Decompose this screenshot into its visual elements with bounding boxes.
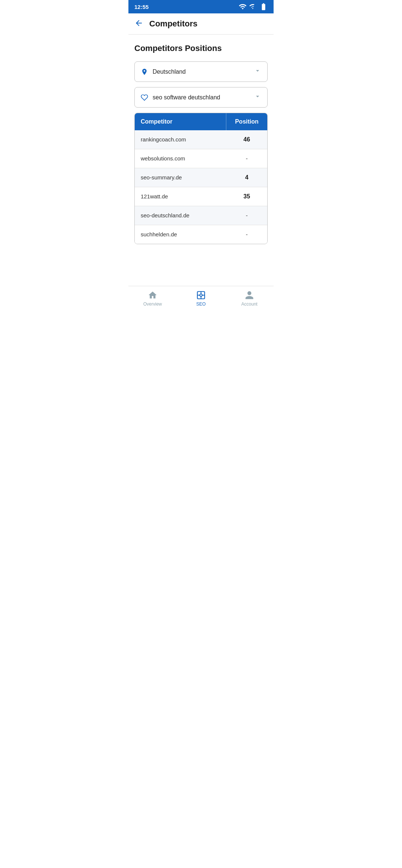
- keyword-icon: [141, 94, 148, 101]
- competitors-table: Competitor Position rankingcoach.com 46 …: [134, 113, 268, 244]
- keyword-chevron-icon: [254, 93, 261, 102]
- table-row: seo-deutschland.de -: [135, 206, 267, 225]
- wifi-icon: [239, 3, 247, 11]
- account-icon: [245, 290, 254, 300]
- td-position: 35: [226, 187, 267, 206]
- col-header-position: Position: [226, 113, 267, 130]
- td-position: 4: [226, 168, 267, 187]
- td-competitor: seo-deutschland.de: [135, 206, 226, 225]
- nav-item-account[interactable]: Account: [225, 290, 274, 307]
- main-content: Competitors Positions Deutschland seo: [128, 35, 274, 286]
- td-competitor: suchhelden.de: [135, 225, 226, 244]
- location-icon: [141, 68, 148, 76]
- home-icon: [148, 290, 157, 300]
- td-competitor: 121watt.de: [135, 187, 226, 206]
- nav-label-overview: Overview: [143, 301, 162, 307]
- table-header: Competitor Position: [135, 113, 267, 130]
- battery-icon: [259, 3, 268, 11]
- svg-point-1: [200, 294, 202, 296]
- status-bar: 12:55: [128, 0, 274, 13]
- nav-label-seo: SEO: [196, 301, 205, 307]
- td-position: -: [226, 206, 267, 225]
- nav-item-overview[interactable]: Overview: [128, 290, 177, 307]
- signal-icon: [249, 3, 257, 11]
- page-title: Competitors: [149, 19, 198, 29]
- col-header-competitor: Competitor: [135, 113, 226, 130]
- td-position: -: [226, 225, 267, 244]
- nav-label-account: Account: [241, 301, 257, 307]
- back-button[interactable]: [134, 19, 143, 29]
- page-header: Competitors: [128, 13, 274, 35]
- table-row: 121watt.de 35: [135, 187, 267, 206]
- td-competitor: websolutions.com: [135, 149, 226, 168]
- nav-item-seo[interactable]: SEO: [177, 290, 225, 307]
- status-time: 12:55: [134, 4, 149, 10]
- td-position: 46: [226, 130, 267, 149]
- location-value: Deutschland: [153, 68, 186, 75]
- table-row: seo-summary.de 4: [135, 168, 267, 187]
- td-position: -: [226, 149, 267, 168]
- location-dropdown[interactable]: Deutschland: [134, 61, 268, 82]
- back-arrow-icon: [134, 19, 143, 28]
- keyword-value: seo software deutschland: [153, 94, 220, 101]
- table-row: websolutions.com -: [135, 149, 267, 168]
- table-body: rankingcoach.com 46 websolutions.com - s…: [135, 130, 267, 244]
- table-row: suchhelden.de -: [135, 225, 267, 244]
- seo-icon: [196, 290, 206, 300]
- td-competitor: rankingcoach.com: [135, 130, 226, 149]
- section-title: Competitors Positions: [134, 44, 268, 53]
- table-row: rankingcoach.com 46: [135, 130, 267, 149]
- keyword-dropdown[interactable]: seo software deutschland: [134, 87, 268, 108]
- status-icons: [239, 3, 268, 11]
- td-competitor: seo-summary.de: [135, 168, 226, 187]
- bottom-nav: Overview SEO Account: [128, 286, 274, 313]
- location-chevron-icon: [254, 67, 261, 76]
